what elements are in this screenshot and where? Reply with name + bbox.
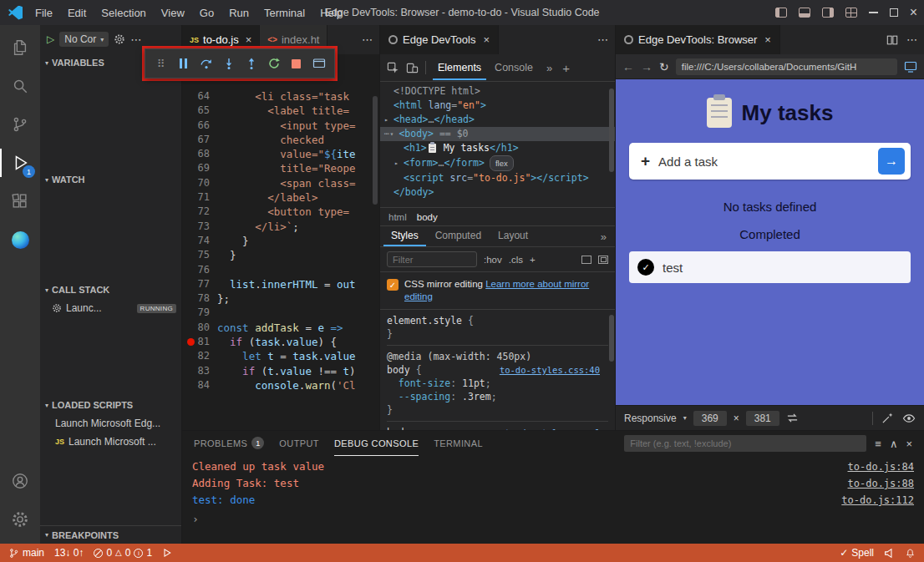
line-gutter[interactable]: 79	[182, 306, 217, 320]
feedback-icon[interactable]	[884, 548, 895, 559]
wand-icon[interactable]	[881, 412, 894, 424]
breakpoint-dot[interactable]	[187, 338, 195, 346]
line-gutter[interactable]: 69	[182, 161, 217, 175]
editor-actions-more-icon[interactable]: ⋯	[355, 25, 379, 54]
menu-run[interactable]: Run	[221, 0, 256, 25]
submit-task-button[interactable]: →	[878, 148, 905, 175]
line-gutter[interactable]: 70	[182, 176, 217, 190]
css-mirror-checkbox[interactable]: ✓	[387, 279, 399, 291]
reload-icon[interactable]: ↻	[659, 61, 669, 73]
device-emulation-icon[interactable]	[406, 62, 419, 74]
rotate-viewport-icon[interactable]	[786, 412, 799, 424]
menu-terminal[interactable]: Terminal	[256, 0, 312, 25]
dom-node[interactable]: </body>	[380, 185, 615, 200]
new-style-rule-icon[interactable]: +	[530, 255, 536, 265]
settings-gear-icon[interactable]	[0, 500, 40, 539]
line-gutter[interactable]: 73	[182, 220, 217, 234]
tab-edge-devtools[interactable]: Edge DevTools ×	[380, 25, 499, 54]
more-style-tabs-icon[interactable]: »	[601, 226, 612, 246]
extensions-icon[interactable]	[0, 182, 40, 220]
line-gutter[interactable]: 80	[182, 321, 217, 335]
add-tool-icon[interactable]: +	[562, 61, 570, 75]
sync-indicator[interactable]: 13↓ 0↑	[54, 547, 84, 559]
dom-node[interactable]: <h1> My tasks</h1>	[380, 141, 615, 155]
minimize-button[interactable]	[869, 12, 878, 13]
menu-selection[interactable]: Selection	[94, 0, 153, 25]
repl-prompt-icon[interactable]: ›	[192, 511, 914, 527]
pane-more-icon[interactable]: ⋯	[597, 33, 608, 46]
call-stack-section-header[interactable]: ▾ CALL STACK	[40, 281, 181, 299]
notifications-bell-icon[interactable]	[905, 548, 916, 559]
pane-more-icon[interactable]: ⋯	[906, 33, 917, 46]
dom-node[interactable]: <html lang="en">	[380, 99, 615, 113]
line-gutter[interactable]: 74	[182, 234, 217, 248]
editor-scrollbar[interactable]	[373, 96, 378, 205]
breadcrumb-item[interactable]: html	[388, 212, 407, 222]
eye-icon[interactable]	[902, 412, 916, 425]
console-filter-input[interactable]	[624, 435, 866, 452]
code-editor[interactable]: 64 <li class="task65 <label title=66 <in…	[182, 54, 379, 430]
line-gutter[interactable]: 68	[182, 147, 217, 161]
line-gutter[interactable]: 66	[182, 119, 217, 133]
start-debug-icon[interactable]: ▷	[47, 33, 54, 45]
source-location-link[interactable]: to-do.js:84	[848, 459, 914, 475]
more-tabs-icon[interactable]: »	[546, 62, 552, 74]
split-editor-icon[interactable]	[886, 34, 898, 46]
dom-node[interactable]: ▸<head>…</head>	[380, 113, 615, 127]
expand-arrow-icon[interactable]: ▸	[394, 156, 404, 170]
styles-scrollbar[interactable]	[609, 315, 614, 362]
accounts-icon[interactable]	[0, 462, 40, 500]
close-icon[interactable]: ×	[246, 33, 252, 46]
toggle-layers-icon[interactable]	[581, 256, 591, 264]
browser-window-button[interactable]	[308, 53, 329, 74]
loaded-script-row[interactable]: Launch Microsoft Edg...	[40, 414, 181, 433]
node-overflow-icon[interactable]: ⋯	[384, 127, 388, 141]
dom-node[interactable]: <!DOCTYPE html>	[380, 84, 615, 99]
stylesheet-link[interactable]: to-do-styles.css:1	[505, 426, 608, 430]
styles-filter-input[interactable]	[387, 251, 477, 267]
toggle-panel-icon[interactable]	[799, 8, 810, 18]
configure-gear-icon[interactable]	[114, 33, 125, 45]
restart-button[interactable]	[263, 53, 284, 74]
source-location-link[interactable]: to-do.js:88	[848, 476, 914, 492]
toggle-primary-sidebar-icon[interactable]	[775, 8, 787, 18]
step-into-button[interactable]	[218, 53, 239, 74]
line-gutter[interactable]: 82	[182, 349, 217, 363]
dom-node[interactable]: <script src="to-do.js"></script>	[380, 171, 615, 185]
close-icon[interactable]: ×	[764, 33, 771, 46]
device-mode-dropdown[interactable]: Responsive	[624, 413, 677, 424]
viewport-height-field[interactable]: 381	[746, 411, 779, 426]
line-gutter[interactable]: 72	[182, 205, 217, 219]
problems-indicator[interactable]: 0 △ 0 i 1	[94, 547, 152, 559]
element-class-button[interactable]: .cls	[509, 255, 523, 265]
viewport-width-field[interactable]: 369	[693, 411, 727, 426]
line-gutter[interactable]: 76	[182, 263, 217, 277]
edge-devtools-icon[interactable]	[0, 220, 40, 259]
call-stack-session-row[interactable]: Launc... RUNNING	[40, 299, 181, 317]
pseudo-state-button[interactable]: :hov	[484, 255, 502, 265]
pause-button[interactable]	[173, 53, 194, 74]
style-tab-styles[interactable]: Styles	[383, 226, 426, 246]
tool-tab-console[interactable]: Console	[490, 56, 538, 80]
screencast-toggle-icon[interactable]	[904, 60, 917, 73]
step-out-button[interactable]	[241, 53, 261, 74]
dom-scrollbar[interactable]	[609, 89, 614, 172]
watch-section-header[interactable]: ▾ WATCH	[40, 170, 181, 189]
stop-button[interactable]	[286, 53, 307, 74]
dom-node[interactable]: ⋯▾<body> == $0	[380, 127, 615, 141]
toggle-secondary-sidebar-icon[interactable]	[822, 8, 834, 18]
url-bar[interactable]: file:///C:/Users/collabera/Documents/Git…	[676, 58, 897, 75]
close-icon[interactable]: ×	[483, 33, 490, 46]
menu-go[interactable]: Go	[192, 0, 221, 25]
dom-node[interactable]: ▸<form>…</form>flex	[380, 155, 615, 171]
tool-tab-elements[interactable]: Elements	[433, 56, 486, 80]
add-task-input[interactable]: Add a task	[658, 154, 718, 169]
style-tab-layout[interactable]: Layout	[490, 226, 536, 246]
panel-tab-terminal[interactable]: TERMINAL	[434, 431, 483, 456]
breadcrumb-item[interactable]: body	[417, 212, 438, 222]
loaded-scripts-section-header[interactable]: ▾ LOADED SCRIPTS	[40, 396, 181, 414]
close-panel-icon[interactable]: ×	[906, 438, 912, 450]
back-icon[interactable]: ←	[622, 61, 634, 73]
loaded-script-row[interactable]: JS Launch Microsoft ...	[40, 433, 181, 451]
add-task-bar[interactable]: + Add a task →	[629, 143, 911, 180]
